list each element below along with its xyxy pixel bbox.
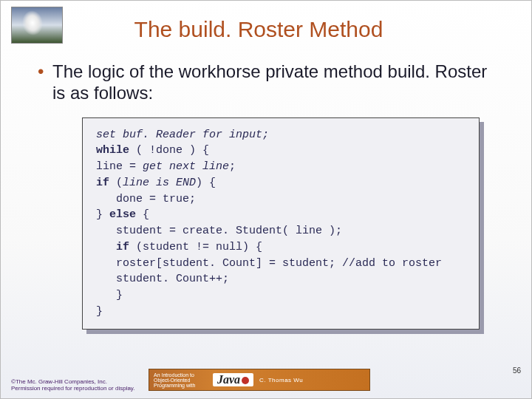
header-image [11, 7, 63, 44]
book-title: Java [213, 373, 253, 386]
page-number: 56 [513, 366, 521, 375]
code-content: set buf. Reader for input; while ( !done… [82, 117, 480, 330]
java-cup-icon [242, 377, 249, 384]
body: The logic of the workhorse private metho… [1, 48, 531, 330]
slide-title: The build. Roster Method [16, 8, 502, 48]
code-line: } [96, 305, 103, 318]
tagline-1: An Introduction to [154, 372, 207, 378]
footer: ©The Mc. Graw-Hill Companies, Inc. Permi… [1, 366, 531, 395]
tagline-2: Object-Oriented [154, 378, 207, 383]
code-text: ) { [196, 177, 216, 189]
book-tagline: An Introduction to Object-Oriented Progr… [154, 372, 207, 388]
code-text: ( [109, 177, 123, 189]
code-text: line = [96, 160, 143, 173]
code-line: student = create. Student( line ); [96, 225, 342, 237]
code-line: student. Count++; [96, 273, 229, 285]
bullet-text: The logic of the workhorse private metho… [38, 61, 502, 104]
tagline-3: Programming with [154, 383, 207, 388]
code-text: (student != null) { [129, 241, 262, 253]
header: The build. Roster Method [1, 1, 531, 48]
book-banner: An Introduction to Object-Oriented Progr… [149, 369, 370, 391]
code-keyword: while [96, 144, 129, 157]
code-line: done = true; [96, 193, 196, 205]
code-keyword: if [96, 177, 109, 189]
code-italic: line is END [123, 177, 196, 189]
slide: The build. Roster Method The logic of th… [0, 0, 532, 399]
code-keyword: if [96, 241, 129, 253]
code-line: } [96, 289, 123, 301]
code-keyword: else [109, 208, 136, 221]
code-text: roster[student. Count] = student; [96, 257, 342, 270]
code-text: } [96, 208, 109, 221]
code-comment: //add to roster [342, 257, 442, 270]
code-block: set buf. Reader for input; while ( !done… [82, 117, 480, 330]
book-author: C. Thomas Wu [259, 377, 303, 383]
code-text: ( !done ) { [129, 144, 209, 157]
code-text: ; [229, 160, 236, 173]
book-title-text: Java [217, 373, 240, 386]
code-italic: get next line [143, 160, 229, 173]
code-line: set buf. Reader for input; [96, 129, 269, 141]
copyright-text: ©The Mc. Graw-Hill Companies, Inc. Permi… [11, 379, 137, 392]
code-text: { [136, 208, 149, 221]
